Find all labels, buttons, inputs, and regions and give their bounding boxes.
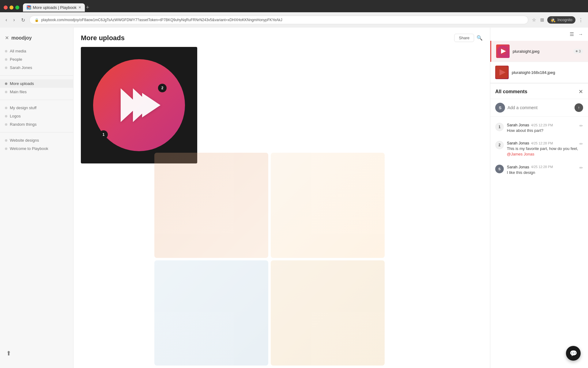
- sidebar-item-more-uploads[interactable]: More uploads: [0, 79, 73, 88]
- comment-marker-1[interactable]: 1: [99, 130, 108, 139]
- address-text: playbook.com/moodjoy/oF8aow1mC6JgTsAzWWG…: [41, 18, 523, 22]
- share-button[interactable]: Share: [454, 34, 474, 42]
- sidebar-item-random-things[interactable]: Random things: [0, 120, 73, 128]
- comment-item-1: 1 Sarah Jonas 4/25 12:29 PM How about th…: [490, 119, 588, 137]
- incognito-icon: 🕵: [550, 17, 556, 22]
- comment-author-1: Sarah Jonas: [507, 123, 529, 127]
- maximize-traffic-light[interactable]: [15, 6, 19, 10]
- comments-close-button[interactable]: ✕: [579, 88, 583, 95]
- file-item-1[interactable]: pluralsight.jpeg 3: [490, 41, 588, 62]
- sarah-label: Sarah Jones: [10, 65, 32, 70]
- comment-body-2: Sarah Jonas 4/25 12:28 PM This is my fav…: [507, 141, 583, 157]
- comment-time-2: 4/25 12:28 PM: [531, 141, 553, 145]
- all-media-dot: [5, 50, 7, 52]
- sidebar-item-all-media[interactable]: All media: [0, 47, 73, 55]
- comment-meta-3: Sarah Jonas 4/25 12:28 PM: [507, 165, 583, 169]
- comment-edit-button-3[interactable]: ✏: [579, 165, 583, 170]
- play-icon: [115, 82, 164, 128]
- comment-meta-1: Sarah Jonas 4/25 12:29 PM: [507, 123, 583, 127]
- comment-meta-2: Sarah Jonas 4/25 12:28 PM: [507, 141, 583, 145]
- file-item-2[interactable]: pluralsight-168x184.jpeg: [490, 62, 588, 83]
- tab-close-button[interactable]: ✕: [78, 6, 81, 10]
- image-area: 1 2: [74, 47, 490, 163]
- comment-submit-button[interactable]: ↑: [575, 103, 583, 112]
- right-panel: ☰ →: [490, 28, 588, 368]
- design-stuff-dot: [5, 107, 7, 109]
- file-thumb-1: [496, 44, 510, 58]
- extension-button[interactable]: ⊞: [539, 16, 545, 24]
- sidebar-design-section: My design stuff Logos Random things: [0, 102, 73, 130]
- close-traffic-light[interactable]: [4, 6, 8, 10]
- chat-button[interactable]: 💬: [566, 346, 581, 361]
- main-files-label: Main files: [10, 90, 27, 94]
- sidebar: ✕ moodjoy All media People Sarah Jones M…: [0, 28, 74, 368]
- file-thumb-2-icon: [496, 66, 508, 79]
- back-button[interactable]: ‹: [4, 16, 9, 24]
- comment-marker-2[interactable]: 2: [158, 84, 167, 92]
- new-tab-button[interactable]: +: [86, 4, 89, 11]
- main-files-dot: [5, 91, 7, 93]
- badge-dot-1: [576, 50, 578, 52]
- sidebar-item-people[interactable]: People: [0, 55, 73, 63]
- menu-button[interactable]: ⋮: [577, 16, 584, 24]
- comments-list: 1 Sarah Jonas 4/25 12:29 PM How about th…: [490, 117, 588, 368]
- address-bar[interactable]: 🔒 playbook.com/moodjoy/oF8aow1mC6JgTsAzW…: [29, 16, 529, 24]
- comment-time-1: 4/25 12:29 PM: [531, 123, 553, 127]
- sidebar-item-logos[interactable]: Logos: [0, 112, 73, 120]
- star-button[interactable]: ☆: [531, 16, 537, 24]
- sidebar-divider-1: [0, 75, 73, 76]
- active-tab[interactable]: 📚 More uploads | Playbook ✕: [23, 3, 85, 12]
- main-image: [81, 47, 197, 163]
- incognito-label: Incognito: [557, 18, 572, 22]
- comment-author-2: Sarah Jonas: [507, 141, 529, 145]
- sidebar-item-my-design-stuff[interactable]: My design stuff: [0, 104, 73, 112]
- more-uploads-label: More uploads: [10, 81, 34, 86]
- comments-section: All comments ✕ S ↑ 1 Sarah Jonas 4/25 12…: [490, 83, 588, 368]
- incognito-badge: 🕵 Incognito: [547, 16, 575, 24]
- nav-bar: ‹ › ↻ 🔒 playbook.com/moodjoy/oF8aow1mC6J…: [0, 12, 588, 28]
- random-dot: [5, 123, 7, 126]
- sidebar-website-section: Website designs Welcome to Playbook: [0, 135, 73, 154]
- comment-mention-2[interactable]: @James Jonas: [507, 152, 534, 156]
- bg-image-4: [271, 260, 385, 366]
- forward-button[interactable]: ›: [11, 16, 17, 24]
- current-user-avatar: S: [495, 103, 505, 113]
- sidebar-item-sarah-jones[interactable]: Sarah Jones: [0, 63, 73, 72]
- sidebar-item-website-designs[interactable]: Website designs: [0, 136, 73, 144]
- file-badge-1: 3: [573, 49, 583, 54]
- upload-button[interactable]: ⬆: [5, 348, 13, 358]
- file-thumb-2: [495, 66, 509, 79]
- header-actions: Share 🔍: [454, 34, 483, 42]
- file-name-1: pluralsight.jpeg: [513, 49, 570, 54]
- comment-text-3: I like this design: [507, 170, 583, 175]
- comment-item-3: S Sarah Jonas 4/25 12:28 PM I like this …: [490, 161, 588, 179]
- sidebar-divider-2: [0, 100, 73, 100]
- comment-text-2: This is my favorite part, how do you fee…: [507, 146, 583, 157]
- minimize-traffic-light[interactable]: [9, 6, 13, 10]
- app-layout: ✕ moodjoy All media People Sarah Jones M…: [0, 28, 588, 368]
- reload-button[interactable]: ↻: [19, 16, 27, 24]
- comment-edit-button-1[interactable]: ✏: [579, 123, 583, 128]
- design-stuff-label: My design stuff: [10, 105, 36, 110]
- file-thumb-play-icon: [497, 45, 509, 57]
- comment-badge-2[interactable]: 2: [495, 141, 504, 149]
- comment-edit-button-2[interactable]: ✏: [579, 141, 583, 146]
- website-dot: [5, 139, 7, 142]
- sidebar-close-icon[interactable]: ✕: [5, 35, 9, 41]
- welcome-label: Welcome to Playbook: [10, 146, 48, 151]
- comment-input[interactable]: [507, 105, 572, 110]
- logos-dot: [5, 115, 7, 117]
- list-view-button[interactable]: ☰: [568, 30, 575, 38]
- file-info-2: pluralsight-168x184.jpeg: [512, 70, 583, 75]
- next-button[interactable]: →: [577, 30, 584, 38]
- file-name-2: pluralsight-168x184.jpeg: [512, 70, 583, 75]
- tab-title: More uploads | Playbook: [33, 5, 77, 10]
- all-media-label: All media: [10, 49, 26, 53]
- comment-badge-1[interactable]: 1: [495, 123, 504, 131]
- main-image-container[interactable]: 1 2: [81, 47, 197, 163]
- search-button[interactable]: 🔍: [477, 34, 483, 42]
- sidebar-item-main-files[interactable]: Main files: [0, 88, 73, 96]
- sidebar-header: ✕ moodjoy: [0, 33, 73, 46]
- sidebar-item-welcome[interactable]: Welcome to Playbook: [0, 144, 73, 153]
- website-label: Website designs: [10, 138, 39, 143]
